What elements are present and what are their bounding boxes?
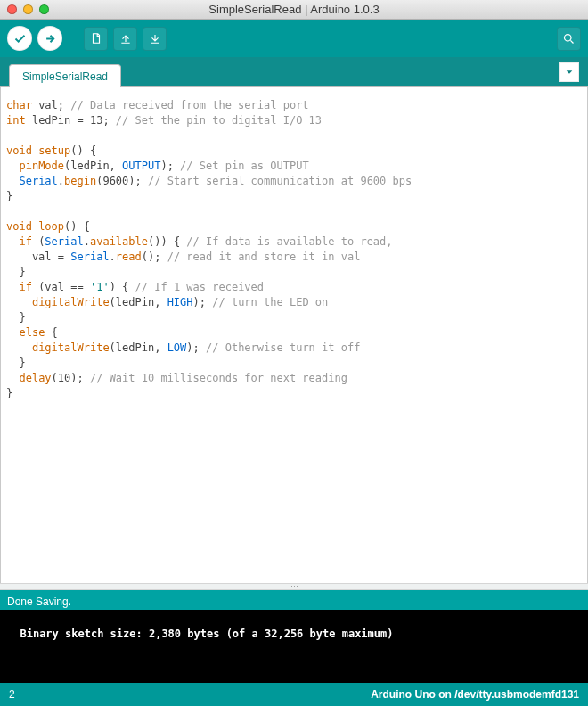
arrow-up-icon <box>119 32 132 45</box>
close-icon[interactable] <box>7 4 17 14</box>
line-number: 2 <box>9 688 15 701</box>
traffic-lights <box>7 4 49 14</box>
console-text: Binary sketch size: 2,380 bytes (of a 32… <box>20 628 393 640</box>
board-port: Arduino Uno on /dev/tty.usbmodemfd131 <box>371 688 579 701</box>
chevron-down-icon <box>565 68 574 77</box>
open-button[interactable] <box>113 27 137 51</box>
window-titlebar: SimpleSerialRead | Arduino 1.0.3 <box>0 0 588 20</box>
serial-monitor-button[interactable] <box>557 27 581 51</box>
status-message: Done Saving. <box>7 595 71 608</box>
file-icon <box>90 32 102 45</box>
new-button[interactable] <box>84 27 108 51</box>
check-icon <box>13 32 27 45</box>
save-button[interactable] <box>143 27 167 51</box>
verify-button[interactable] <box>7 26 32 51</box>
zoom-icon[interactable] <box>39 4 49 14</box>
window-title: SimpleSerialRead | Arduino 1.0.3 <box>7 3 581 16</box>
console-output[interactable]: Binary sketch size: 2,380 bytes (of a 32… <box>0 610 588 683</box>
tab-active[interactable]: SimpleSerialRead <box>9 64 121 87</box>
resize-handle[interactable]: ⋯ <box>0 583 588 590</box>
code-editor[interactable]: char val; // Data received from the seri… <box>0 87 588 583</box>
footer-bar: 2 Arduino Uno on /dev/tty.usbmodemfd131 <box>0 683 588 706</box>
upload-button[interactable] <box>37 26 62 51</box>
lens-icon <box>562 32 576 45</box>
tab-strip: SimpleSerialRead <box>0 57 588 87</box>
toolbar <box>0 20 588 57</box>
tab-menu-button[interactable] <box>559 62 579 82</box>
arrow-down-icon <box>149 32 161 45</box>
code-content[interactable]: char val; // Data received from the seri… <box>6 98 582 401</box>
svg-point-0 <box>565 34 572 41</box>
arrow-right-icon <box>44 32 57 45</box>
status-bar: Done Saving. <box>0 590 588 610</box>
minimize-icon[interactable] <box>23 4 33 14</box>
